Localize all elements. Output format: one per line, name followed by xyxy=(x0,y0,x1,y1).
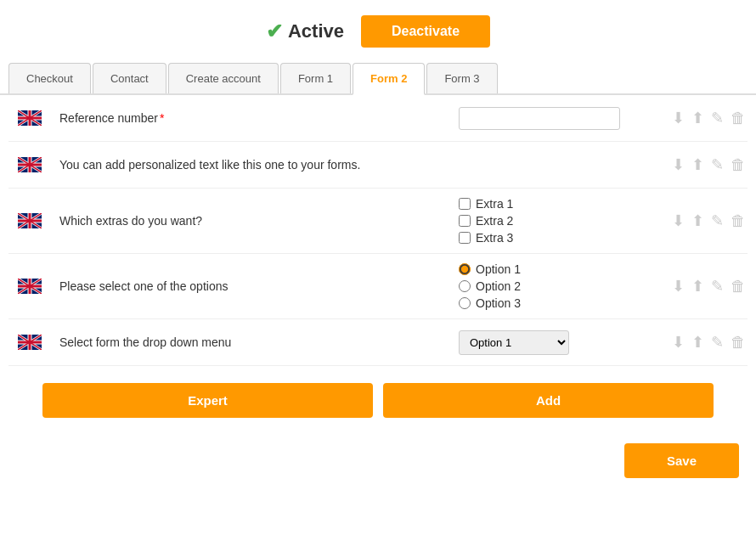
header: ✔ Active Deactivate xyxy=(0,0,756,63)
reference-input[interactable] xyxy=(459,107,620,130)
flag-col-extras xyxy=(8,213,51,228)
control-reference xyxy=(459,107,646,130)
delete-icon-5[interactable]: 🗑 xyxy=(729,332,748,353)
move-up-icon-2[interactable]: ⬆ xyxy=(690,154,706,176)
label-personalized: You can add personalized text like this … xyxy=(51,158,459,172)
edit-icon-2[interactable]: ✎ xyxy=(709,154,725,176)
checkbox-extra3-input[interactable] xyxy=(459,232,471,244)
move-up-icon-4[interactable]: ⬆ xyxy=(690,275,706,297)
checkbox-extra2-input[interactable] xyxy=(459,215,471,227)
label-dropdown: Select form the drop down menu xyxy=(51,335,459,349)
control-extras: Extra 1 Extra 2 Extra 3 xyxy=(459,197,646,245)
checkbox-extra1-input[interactable] xyxy=(459,198,471,210)
edit-icon-5[interactable]: ✎ xyxy=(709,331,725,353)
move-up-icon[interactable]: ⬆ xyxy=(690,107,706,129)
delete-icon-2[interactable]: 🗑 xyxy=(729,155,748,176)
move-down-icon[interactable]: ⬇ xyxy=(670,107,686,129)
row-reference: Reference number* ⬇ ⬆ ✎ 🗑 xyxy=(8,95,748,142)
label-reference: Reference number* xyxy=(51,111,459,125)
tab-form3[interactable]: Form 3 xyxy=(426,63,497,93)
label-radio: Please select one of the options xyxy=(51,279,459,293)
checkbox-extra2[interactable]: Extra 2 xyxy=(459,214,513,228)
radio-option2-input[interactable] xyxy=(459,280,471,292)
flag-col-personalized xyxy=(8,157,51,172)
required-star: * xyxy=(160,111,164,125)
expert-button[interactable]: Expert xyxy=(42,383,373,418)
row-dropdown: Select form the drop down menu Option 1 … xyxy=(8,319,748,366)
flag-col-radio xyxy=(8,279,51,294)
save-button[interactable]: Save xyxy=(624,443,739,478)
move-up-icon-5[interactable]: ⬆ xyxy=(690,331,706,353)
tab-form1[interactable]: Form 1 xyxy=(280,63,351,93)
actions-extras: ⬇ ⬆ ✎ 🗑 xyxy=(646,210,748,232)
active-label: Active xyxy=(288,20,344,42)
active-status: ✔ Active xyxy=(266,20,344,43)
uk-flag-icon xyxy=(18,110,42,126)
row-radio: Please select one of the options Option … xyxy=(8,254,748,319)
radio-option1[interactable]: Option 1 xyxy=(459,262,521,276)
tab-checkout[interactable]: Checkout xyxy=(8,63,91,93)
edit-icon[interactable]: ✎ xyxy=(709,107,725,129)
tab-contact[interactable]: Contact xyxy=(93,63,166,93)
dropdown-select[interactable]: Option 1 Option 2 Option 3 xyxy=(459,330,569,355)
radio-option2[interactable]: Option 2 xyxy=(459,279,521,293)
uk-flag-icon-3 xyxy=(18,213,42,228)
move-down-icon-3[interactable]: ⬇ xyxy=(670,210,686,232)
delete-icon-3[interactable]: 🗑 xyxy=(729,211,748,232)
actions-reference: ⬇ ⬆ ✎ 🗑 xyxy=(646,107,748,129)
add-button[interactable]: Add xyxy=(383,383,714,418)
control-radio: Option 1 Option 2 Option 3 xyxy=(459,262,646,310)
uk-flag-icon-5 xyxy=(18,335,42,350)
row-extras: Which extras do you want? Extra 1 Extra … xyxy=(8,189,748,254)
uk-flag-icon-4 xyxy=(18,279,42,294)
checkbox-extra3[interactable]: Extra 3 xyxy=(459,231,513,245)
uk-flag-icon-2 xyxy=(18,157,42,172)
label-extras: Which extras do you want? xyxy=(51,214,459,228)
edit-icon-4[interactable]: ✎ xyxy=(709,275,725,297)
deactivate-button[interactable]: Deactivate xyxy=(361,15,490,48)
delete-icon-4[interactable]: 🗑 xyxy=(729,276,748,297)
delete-icon[interactable]: 🗑 xyxy=(729,108,748,129)
radio-option3[interactable]: Option 3 xyxy=(459,296,521,310)
select-wrapper: Option 1 Option 2 Option 3 xyxy=(459,330,569,355)
move-down-icon-5[interactable]: ⬇ xyxy=(670,331,686,353)
control-dropdown: Option 1 Option 2 Option 3 xyxy=(459,330,646,355)
tabs-bar: Checkout Contact Create account Form 1 F… xyxy=(0,63,756,95)
tab-form2[interactable]: Form 2 xyxy=(353,63,425,95)
move-down-icon-4[interactable]: ⬇ xyxy=(670,275,686,297)
move-down-icon-2[interactable]: ⬇ xyxy=(670,154,686,176)
actions-dropdown: ⬇ ⬆ ✎ 🗑 xyxy=(646,331,748,353)
flag-col-reference xyxy=(8,110,51,126)
buttons-row: Expert Add xyxy=(0,366,756,435)
radio-option1-input[interactable] xyxy=(459,263,471,275)
actions-radio: ⬇ ⬆ ✎ 🗑 xyxy=(646,275,748,297)
edit-icon-3[interactable]: ✎ xyxy=(709,210,725,232)
checkbox-extra1[interactable]: Extra 1 xyxy=(459,197,513,211)
save-row: Save xyxy=(0,435,756,495)
actions-personalized: ⬇ ⬆ ✎ 🗑 xyxy=(646,154,748,176)
main-content: Reference number* ⬇ ⬆ ✎ 🗑 xyxy=(0,95,756,366)
radio-option3-input[interactable] xyxy=(459,297,471,309)
checkbox-group-extras: Extra 1 Extra 2 Extra 3 xyxy=(459,197,513,245)
move-up-icon-3[interactable]: ⬆ xyxy=(690,210,706,232)
row-personalized: You can add personalized text like this … xyxy=(8,142,748,189)
radio-group-options: Option 1 Option 2 Option 3 xyxy=(459,262,521,310)
flag-col-dropdown xyxy=(8,335,51,350)
tab-create-account[interactable]: Create account xyxy=(168,63,279,93)
checkmark-icon: ✔ xyxy=(266,20,283,43)
